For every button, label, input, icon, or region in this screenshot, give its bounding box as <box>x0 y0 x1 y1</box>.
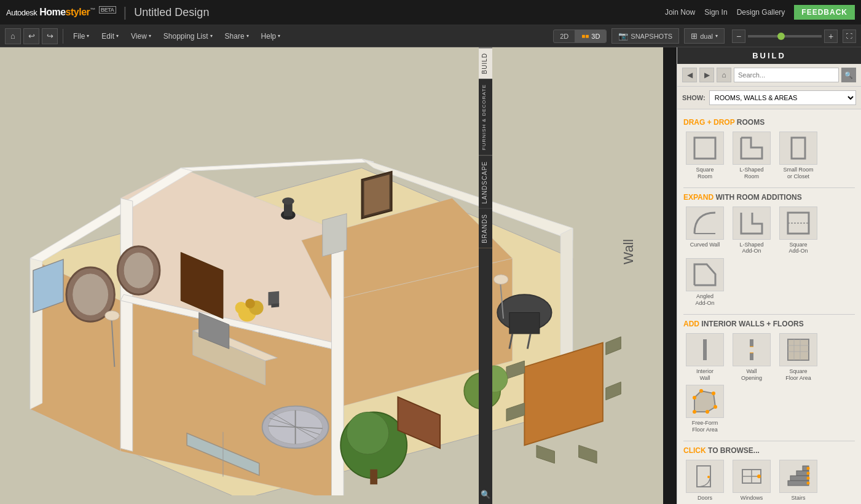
svg-point-52 <box>493 275 508 285</box>
shopping-list-menu[interactable]: Shopping List▾ <box>159 30 218 43</box>
svg-point-83 <box>693 410 696 414</box>
small-room-icon <box>779 132 817 165</box>
share-menu[interactable]: Share▾ <box>220 30 254 43</box>
l-shaped-addon-card[interactable]: L-ShapedAdd-On <box>730 207 773 255</box>
panel-back-btn[interactable]: ◀ <box>682 68 697 82</box>
stairs-card[interactable]: Stairs <box>777 460 820 502</box>
main-toolbar: ⌂ ↩ ↪ File▾ Edit▾ View▾ Shopping List▾ S… <box>0 25 861 47</box>
design-title[interactable]: Untitled Design <box>134 6 209 19</box>
2d-btn[interactable]: 2D <box>554 30 575 42</box>
trademark: ™ <box>90 7 95 13</box>
windows-card[interactable]: Windows <box>730 460 773 502</box>
svg-rect-64 <box>271 303 279 307</box>
doors-icon <box>686 460 724 493</box>
landscape-tab[interactable]: LANDSCAPE <box>479 156 492 209</box>
dual-btn[interactable]: ⊞ dual ▾ <box>684 28 725 44</box>
svg-point-85 <box>699 389 703 393</box>
browse-normal: TO BROWSE... <box>708 446 760 455</box>
l-shaped-room-label: L-ShapedRoom <box>739 167 763 180</box>
furnish-tab[interactable]: FURNISH & DECORATE <box>479 79 492 155</box>
svg-point-87 <box>714 405 717 409</box>
svg-rect-42 <box>509 313 540 334</box>
panel-forward-btn[interactable]: ▶ <box>699 68 714 82</box>
svg-rect-77 <box>788 339 809 360</box>
panel-search-input[interactable] <box>734 68 839 82</box>
design-gallery-link[interactable]: Design Gallery <box>737 8 785 17</box>
svg-point-90 <box>707 476 710 478</box>
show-dropdown[interactable]: ROOMS, WALLS & AREAS ALL ROOMS ONLY <box>709 90 856 105</box>
svg-point-102 <box>807 481 810 484</box>
square-addon-icon <box>779 207 817 240</box>
title-divider: | <box>124 4 127 20</box>
square-addon-label: SquareAdd-On <box>788 242 808 255</box>
snapshots-btn[interactable]: 📷 SNAPSHOTS <box>611 28 679 44</box>
square-room-icon <box>686 132 724 165</box>
help-menu[interactable]: Help▾ <box>256 30 286 43</box>
svg-point-58 <box>282 197 294 205</box>
interior-grid: InteriorWall WallOpening <box>683 333 855 433</box>
top-navigation: Autodesk Homestyler™ BETA | Untitled Des… <box>0 0 861 25</box>
divider-3 <box>683 441 855 441</box>
svg-rect-74 <box>750 353 753 360</box>
side-tab-search[interactable]: 🔍 <box>479 248 492 504</box>
wall-opening-card[interactable]: WallOpening <box>730 333 773 382</box>
freeform-floor-card[interactable]: Free-FormFloor Area <box>683 385 726 433</box>
divider-2 <box>683 314 855 315</box>
square-floor-label: SquareFloor Area <box>785 368 811 382</box>
brands-tab[interactable]: BRANDS <box>479 208 492 248</box>
svg-rect-17 <box>323 214 347 256</box>
drag-drop-header: DRAG + DROP ROOMS <box>683 118 855 127</box>
panel-home-btn[interactable]: ⌂ <box>717 68 731 82</box>
windows-icon <box>733 460 771 493</box>
svg-text:Wall: Wall <box>621 239 636 264</box>
curved-wall-card[interactable]: Curved Wall <box>683 207 726 255</box>
panel-navigation: ◀ ▶ ⌂ 🔍 <box>677 64 861 87</box>
top-nav-links: Join Now Sign In Design Gallery FEEDBACK <box>665 5 855 20</box>
view-menu[interactable]: View▾ <box>126 30 156 43</box>
expand-header: EXPAND WITH ROOM ADDITIONS <box>683 193 855 202</box>
interior-highlight: ADD <box>683 320 699 328</box>
freeform-floor-label: Free-FormFloor Area <box>692 420 718 433</box>
svg-point-32 <box>347 412 389 454</box>
zoom-out-btn[interactable]: − <box>732 30 745 43</box>
sign-in-link[interactable]: Sign In <box>704 8 727 17</box>
windows-label: Windows <box>741 495 763 502</box>
svg-rect-68 <box>792 138 805 159</box>
l-shaped-room-card[interactable]: L-ShapedRoom <box>730 132 773 180</box>
angled-addon-card[interactable]: AngledAdd-On <box>683 258 726 307</box>
panel-search-btn[interactable]: 🔍 <box>841 68 856 82</box>
drag-drop-grid: SquareRoom L-ShapedRoom <box>683 132 855 180</box>
zoom-in-btn[interactable]: + <box>824 30 838 43</box>
canvas-area[interactable]: ↺ ▲ ✛ ▼ ↻ <box>0 47 663 504</box>
file-menu[interactable]: File▾ <box>68 30 94 43</box>
stairs-icon <box>779 460 817 493</box>
small-room-card[interactable]: Small Roomor Closet <box>777 132 820 180</box>
square-room-card[interactable]: SquareRoom <box>683 132 726 180</box>
svg-point-50 <box>105 311 120 321</box>
interior-header: ADD INTERIOR WALLS + FLOORS <box>683 320 855 328</box>
fullscreen-btn[interactable]: ⛶ <box>843 30 856 43</box>
feedback-button[interactable]: FEEDBACK <box>794 5 855 20</box>
join-now-link[interactable]: Join Now <box>665 8 695 17</box>
build-tab[interactable]: BUILD <box>479 47 492 79</box>
l-shaped-room-icon <box>733 132 771 165</box>
expand-highlight: EXPAND <box>683 193 714 202</box>
wall-opening-label: WallOpening <box>741 368 762 382</box>
browse-highlight: CLICK <box>683 446 706 455</box>
edit-menu[interactable]: Edit▾ <box>96 30 124 43</box>
undo-btn[interactable]: ↩ <box>23 28 39 44</box>
drag-drop-highlight: DRAG + DROP <box>683 118 734 127</box>
doors-card[interactable]: Doors <box>683 460 726 502</box>
redo-btn[interactable]: ↪ <box>42 28 58 44</box>
3d-btn[interactable]: ■■ 3D <box>575 30 606 42</box>
zoom-thumb <box>777 33 785 40</box>
interior-wall-label: InteriorWall <box>696 368 714 382</box>
zoom-slider[interactable] <box>748 35 822 37</box>
expand-normal: WITH ROOM ADDITIONS <box>715 193 801 202</box>
interior-wall-card[interactable]: InteriorWall <box>683 333 726 382</box>
square-addon-card[interactable]: SquareAdd-On <box>777 207 820 255</box>
square-floor-card[interactable]: SquareFloor Area <box>777 333 820 382</box>
freeform-floor-icon <box>686 385 724 418</box>
drag-drop-normal: ROOMS <box>737 118 765 127</box>
home-toolbar-btn[interactable]: ⌂ <box>5 28 21 44</box>
